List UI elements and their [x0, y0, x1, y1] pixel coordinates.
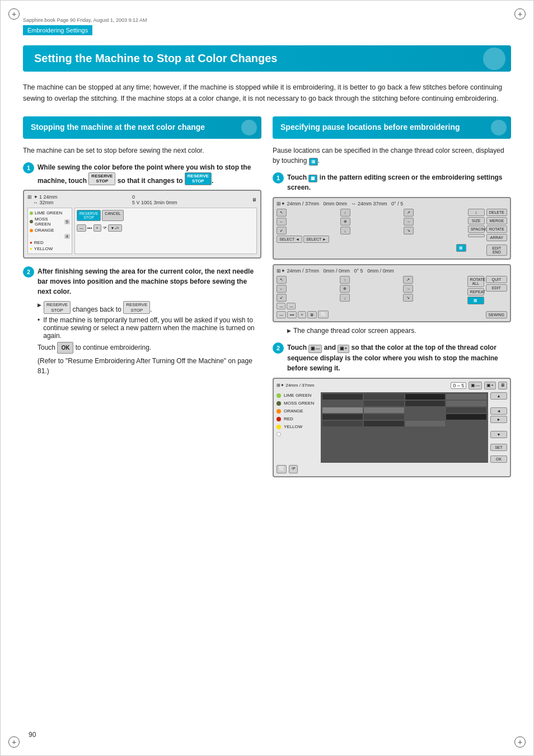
header-file-info: Sapphire.book Page 90 Friday, August 1, … — [23, 17, 511, 23]
left-step2: 2 After finishing sewing the area for th… — [23, 266, 261, 376]
right-step1: 1 Touch ▦ in the pattern editing screen … — [273, 172, 511, 335]
thread-plus-top[interactable]: ▣+ — [484, 382, 496, 389]
minus-thread-btn[interactable]: ▣— — [308, 345, 322, 353]
set-btn[interactable]: SET — [490, 444, 507, 451]
pattern-edit-icon: ▦ — [308, 175, 317, 182]
corner-mark-tl — [8, 8, 20, 20]
ok-btn-thread[interactable]: OK — [490, 456, 507, 463]
page-number: 90 — [29, 731, 36, 739]
thread-color-icon-inline: ▦ — [309, 158, 318, 166]
edit-end-btn[interactable]: EDITEND — [486, 245, 507, 256]
scroll-left-btn[interactable]: ► — [490, 416, 507, 423]
right-step2: 2 Touch ▣— and ▣+ so that the color at t… — [273, 342, 511, 477]
intro-paragraph: The machine can be stopped at any time; … — [23, 82, 511, 104]
scroll-down-btn[interactable]: ▼ — [490, 431, 507, 438]
right-step1-text: Touch ▦ in the pattern editing screen or… — [287, 172, 511, 192]
right-intro: Pause locations can be specified in the … — [273, 145, 511, 166]
left-step1: 1 While sewing the color before the poin… — [23, 162, 261, 259]
scroll-up-btn[interactable]: ▲ — [490, 392, 507, 400]
indent-ok-text: Touch OK to continue embroidering. — [38, 342, 261, 354]
main-title-banner: Setting the Machine to Stop at Color Cha… — [23, 45, 511, 72]
ok-button-inline[interactable]: OK — [57, 342, 73, 354]
arrow-item-1: RESERVESTOP changes back to RESERVESTOP. — [38, 301, 261, 314]
right-column: Specifying pause locations before embroi… — [273, 116, 511, 485]
page: Sapphire.book Page 90 Friday, August 1, … — [0, 0, 534, 756]
corner-mark-bl — [8, 736, 20, 748]
right-section-header: Specifying pause locations before embroi… — [273, 116, 511, 139]
refer-text: (Refer to "Resume Embroidering After Tur… — [38, 356, 261, 376]
left-column: Stopping the machine at the next color c… — [23, 116, 261, 384]
embroidering-settings-screen: ⊞✦ 24mm / 37mm 0mm / 0mm 0° 5 0mm / 0mm … — [273, 264, 511, 322]
main-title-text: Setting the Machine to Stop at Color Cha… — [34, 52, 277, 64]
reserve-stop-active: RESERVESTOP — [185, 172, 212, 185]
nav-grid: ↖ ↑ ↗ ← ⊕ → ↙ ↓ ↘ — [277, 209, 466, 234]
corner-mark-tr — [514, 8, 526, 20]
right-step2-text: Touch ▣— and ▣+ so that the color at the… — [287, 342, 511, 373]
edit-btn[interactable]: EDIT — [486, 284, 507, 292]
corner-mark-br — [514, 736, 526, 748]
reserve-stop-display: RESERVESTOP — [88, 172, 115, 185]
scroll-right-btn[interactable]: ◄ — [490, 407, 507, 415]
thread-color-screen: ⊞✦ 24mm / 37mm 0 – 5 ▣— ▣+ 🖥 LIME GREEN — [273, 378, 511, 477]
pattern-edit-screen: ⊞✦ 24mm / 37mm 0mm 0mm ↔ 24mm 37mm 0° / … — [273, 197, 511, 260]
plus-thread-btn[interactable]: ▣+ — [338, 345, 349, 353]
right-step-number-2: 2 — [273, 342, 284, 354]
quit-btn[interactable]: QUIT — [486, 276, 507, 283]
machine-screen-1: ⊞ ✦ 1 24mm ↔ 32mm 05 V 1001 3min 0mm 🖥 L… — [23, 190, 261, 259]
two-column-layout: Stopping the machine at the next color c… — [23, 116, 511, 485]
change-thread-arrow: The change thread color screen appears. — [287, 327, 511, 335]
thread-minus-top[interactable]: ▣— — [469, 382, 482, 389]
bullet-item-1: If the machine is temporarily turned off… — [38, 316, 261, 340]
breadcrumb: Embroidering Settings — [23, 25, 92, 35]
step-number-1: 1 — [23, 162, 34, 173]
cancel-action-btn[interactable]: CANCEL — [102, 210, 123, 221]
left-section-header: Stopping the machine at the next color c… — [23, 116, 261, 139]
step1-text: While sewing the color before the point … — [38, 162, 261, 186]
merge-btn[interactable]: MERGE — [486, 217, 507, 224]
left-step-intro: The machine can be set to stop before se… — [23, 145, 261, 156]
right-step-number-1: 1 — [273, 172, 284, 184]
delete-btn[interactable]: DELETE — [486, 209, 507, 216]
step2-text: After finishing sewing the area for the … — [38, 266, 261, 297]
step-number-2: 2 — [23, 266, 34, 278]
cancel-btn[interactable]: RESERVESTOP — [77, 210, 101, 221]
sewing-btn[interactable]: SEWING — [486, 311, 507, 318]
